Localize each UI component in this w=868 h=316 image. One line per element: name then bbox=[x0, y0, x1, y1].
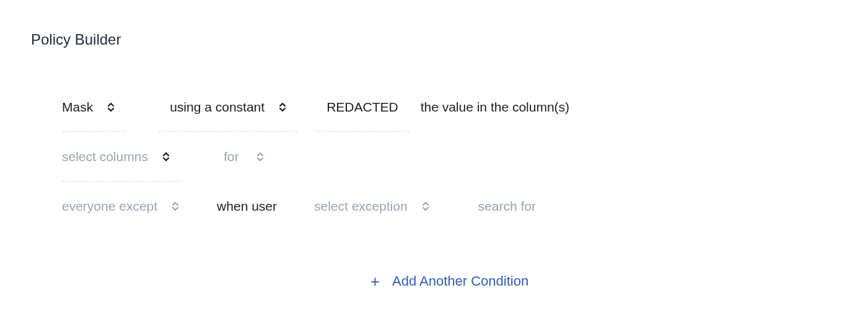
add-condition-label: Add Another Condition bbox=[392, 273, 528, 289]
updown-icon bbox=[171, 200, 180, 213]
action-select[interactable]: Mask bbox=[62, 82, 126, 132]
for-select[interactable]: for bbox=[213, 132, 276, 182]
trailing-text: the value in the column(s) bbox=[410, 82, 581, 132]
search-for-placeholder: search for bbox=[478, 199, 536, 214]
method-select-label: using a constant bbox=[170, 100, 265, 115]
add-condition-button[interactable]: + Add Another Condition bbox=[62, 273, 837, 289]
updown-icon bbox=[256, 150, 265, 164]
columns-select[interactable]: select columns bbox=[62, 132, 182, 182]
constant-input[interactable]: REDACTED bbox=[315, 82, 410, 132]
when-user-text: when user bbox=[206, 182, 288, 231]
updown-icon bbox=[107, 100, 115, 114]
plus-icon: + bbox=[370, 273, 380, 289]
for-select-label: for bbox=[224, 149, 239, 164]
updown-icon bbox=[421, 200, 430, 213]
constant-input-value: REDACTED bbox=[327, 100, 398, 115]
policy-row-3: everyone except when user select excepti… bbox=[62, 182, 837, 231]
policy-builder: Mask using a constant REDACTED the value… bbox=[31, 82, 837, 289]
updown-icon bbox=[278, 100, 287, 114]
method-select[interactable]: using a constant bbox=[159, 82, 298, 132]
search-for-input[interactable]: search for bbox=[467, 182, 547, 231]
updown-icon bbox=[162, 150, 170, 164]
scope-select[interactable]: everyone except bbox=[62, 182, 191, 231]
page-title: Policy Builder bbox=[31, 31, 837, 48]
columns-select-label: select columns bbox=[62, 149, 148, 164]
policy-row-1: Mask using a constant REDACTED the value… bbox=[62, 82, 837, 132]
policy-row-2: select columns for bbox=[62, 132, 837, 182]
exception-select[interactable]: select exception bbox=[303, 182, 441, 231]
action-select-label: Mask bbox=[62, 100, 93, 115]
exception-select-label: select exception bbox=[314, 199, 408, 214]
scope-select-label: everyone except bbox=[62, 199, 157, 214]
